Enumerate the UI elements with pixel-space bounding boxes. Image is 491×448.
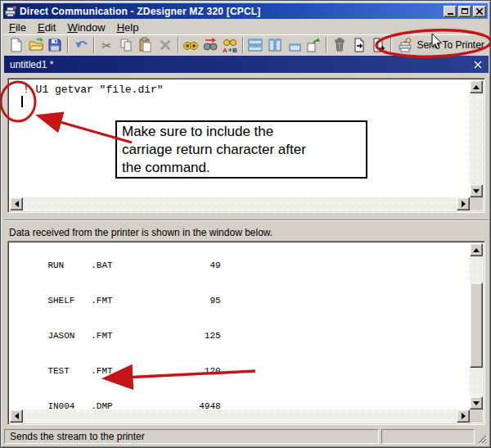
arrow-down-icon [473, 401, 480, 405]
window-title: Direct Communication - ZDesigner MZ 320 … [20, 6, 440, 17]
app-printer-icon [5, 6, 16, 17]
arrow-right-icon [462, 413, 466, 419]
scroll-up-button[interactable] [470, 80, 483, 93]
scrollbar-corner [470, 197, 483, 210]
file-row: JASON.FMT125 [26, 319, 470, 354]
annotation-callout: Make sure to include the carriage return… [115, 120, 367, 179]
status-message-cell: Sends the stream to the printer [4, 429, 379, 444]
arrow-up-icon [473, 85, 480, 89]
svg-text:A: A [223, 47, 227, 53]
open-folder-icon [28, 37, 44, 53]
undo-button[interactable] [71, 36, 91, 54]
menu-edit[interactable]: Edit [32, 20, 61, 34]
menu-window[interactable]: Window [61, 20, 110, 34]
callout-line: the command. [122, 159, 361, 177]
data-horizontal-scrollbar[interactable] [10, 410, 470, 423]
arrow-left-icon [15, 413, 19, 419]
resize-grip[interactable] [476, 433, 487, 444]
file-size: 49 [113, 260, 221, 271]
scroll-right-button[interactable] [457, 197, 470, 210]
close-icon [476, 8, 483, 15]
document-title-bar[interactable]: untitled1 * [4, 56, 489, 73]
send-to-printer-button[interactable]: Send To Printer [394, 36, 488, 54]
save-button[interactable] [45, 36, 65, 54]
upload-file-button[interactable] [304, 36, 324, 54]
arrow-down-icon [473, 189, 480, 193]
title-bar[interactable]: Direct Communication - ZDesigner MZ 320 … [3, 3, 488, 19]
new-button[interactable] [7, 36, 26, 54]
find-next-button[interactable] [200, 36, 220, 54]
delete-button[interactable] [155, 36, 175, 54]
scroll-down-button[interactable] [470, 396, 483, 410]
scroll-right-button[interactable] [457, 410, 470, 423]
printer-hand-icon [398, 37, 414, 53]
cut-button[interactable]: ✂ [97, 36, 117, 54]
received-data-panel: RUN.BAT49 SHELF.FMT95 JASON.FMT125 TEST.… [7, 241, 485, 425]
file-row: RUN.BAT49 [26, 248, 470, 283]
status-secondary-cell [381, 429, 475, 444]
arrow-right-icon [462, 201, 466, 207]
copy-icon [118, 37, 134, 53]
received-data-text[interactable]: RUN.BAT49 SHELF.FMT95 JASON.FMT125 TEST.… [10, 243, 470, 410]
receive-file-button[interactable] [369, 36, 389, 54]
scroll-left-button[interactable] [10, 197, 23, 210]
save-icon [47, 37, 63, 53]
open-button[interactable] [26, 36, 46, 54]
paste-button[interactable] [136, 36, 155, 54]
editor-vertical-scrollbar[interactable] [470, 80, 483, 197]
delete-x-icon [158, 38, 173, 52]
file-ext: .FMT [91, 330, 112, 342]
find-replace-icon: A B [222, 37, 238, 53]
copy-button[interactable] [116, 36, 136, 54]
toolbar-separator [390, 37, 392, 53]
toolbar-separator [326, 37, 327, 53]
find-button[interactable] [182, 36, 201, 54]
file-name: TEST [47, 365, 91, 377]
file-list: RUN.BAT49 SHELF.FMT95 JASON.FMT125 TEST.… [26, 248, 470, 410]
undo-icon [73, 37, 89, 53]
receive-file-icon [371, 37, 387, 53]
cut-icon: ✂ [101, 39, 112, 52]
file-ext: .FMT [91, 365, 112, 377]
menu-help[interactable]: Help [111, 20, 145, 34]
data-vertical-scrollbar[interactable] [470, 243, 483, 410]
tile-horizontal-icon [247, 37, 264, 53]
window-controls [444, 6, 486, 17]
maximize-button[interactable] [458, 6, 471, 17]
app-window: Direct Communication - ZDesigner MZ 320 … [0, 0, 491, 448]
menu-file[interactable]: File [3, 20, 32, 34]
cascade-windows-icon [286, 37, 303, 53]
scrollbar-thumb[interactable] [470, 283, 483, 368]
toolbar: ✂ [3, 34, 488, 55]
scroll-down-button[interactable] [470, 184, 483, 197]
tile-vertical-icon [267, 37, 283, 53]
document-title: untitled1 * [10, 59, 474, 70]
new-document-icon [8, 37, 25, 53]
clear-buffer-button[interactable] [330, 36, 349, 54]
tile-vertical-button[interactable] [265, 36, 285, 54]
scroll-up-button[interactable] [470, 243, 483, 256]
scroll-left-button[interactable] [10, 410, 23, 423]
editor-horizontal-scrollbar[interactable] [10, 197, 470, 210]
editor-command: ! U1 getvar "file.dir" [23, 84, 470, 97]
cascade-button[interactable] [285, 36, 304, 54]
arrow-left-icon [15, 201, 19, 207]
toolbar-separator [67, 37, 69, 53]
file-name: IN004 [47, 400, 91, 410]
send-to-printer-label: Send To Printer [417, 39, 484, 51]
panel-divider [4, 219, 489, 221]
tab-close-icon[interactable] [474, 61, 482, 69]
status-message: Sends the stream to the printer [10, 431, 145, 442]
arrow-up-icon [473, 248, 480, 252]
replace-button[interactable]: A B [220, 36, 240, 54]
file-ext: .FMT [91, 295, 112, 306]
file-row: IN004.DMP4948 [26, 389, 470, 410]
tile-horizontal-button[interactable] [246, 36, 266, 54]
close-button[interactable] [473, 6, 486, 17]
received-data-label: Data received from the printer is shown … [9, 227, 273, 238]
file-size: 4948 [113, 400, 221, 410]
minimize-button[interactable] [444, 6, 457, 17]
minimize-icon [448, 13, 453, 15]
send-file-button[interactable] [349, 36, 369, 54]
file-row: SHELF.FMT95 [26, 283, 470, 319]
